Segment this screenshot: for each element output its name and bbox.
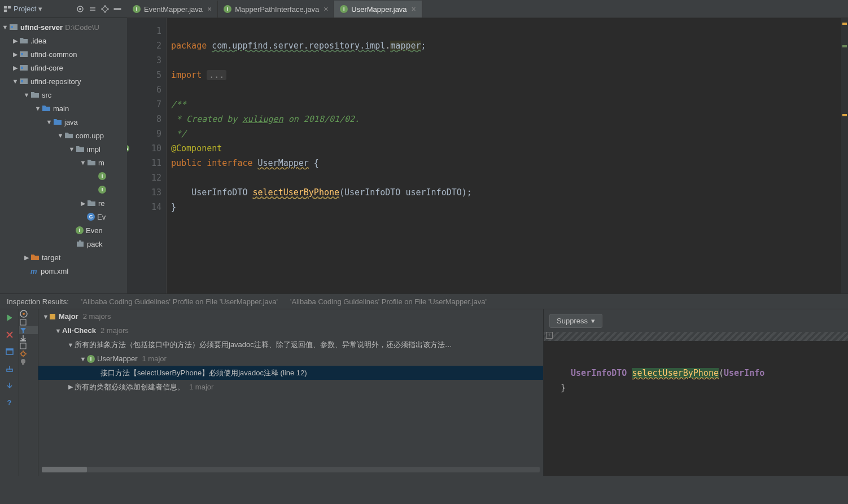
warning-marker-icon: [50, 314, 55, 319]
marker-track[interactable]: [841, 18, 848, 293]
usermapper-row[interactable]: ▼ I UserMapper 1 major: [38, 352, 543, 366]
inspection-results-label: Inspection Results:: [1, 295, 75, 308]
svg-point-26: [21, 352, 25, 356]
tree-item[interactable]: ▼impl: [0, 142, 127, 156]
close-icon[interactable]: ×: [412, 5, 416, 14]
suppress-button[interactable]: Suppress ▾: [549, 314, 602, 328]
project-tree[interactable]: ▼ ufind-server D:\Code\U ▶.idea▶ufind-co…: [0, 18, 127, 280]
svg-rect-6: [114, 8, 121, 10]
svg-point-5: [103, 7, 107, 11]
tree-item[interactable]: ▶ufind-core: [0, 61, 127, 74]
svg-rect-23: [20, 319, 26, 325]
svg-rect-1: [8, 6, 11, 8]
inspection-tabs: Inspection Results: 'Alibaba Coding Guid…: [0, 293, 848, 309]
gutter-line[interactable]: 10: [127, 141, 161, 156]
preview-code[interactable]: UserInfoDTO selectUserByPhone(UserInfo }: [544, 341, 848, 476]
svg-point-27: [21, 359, 25, 363]
project-title[interactable]: Project: [14, 5, 36, 13]
gutter-line[interactable]: 13: [127, 185, 161, 200]
inspection-tree[interactable]: ▼ Major 2 majors ▼ Ali-Check 2 majors ▼ …: [38, 309, 543, 476]
tree-item[interactable]: mpom.xml: [0, 264, 127, 278]
gutter-line[interactable]: 6: [127, 82, 161, 97]
java-interface-icon: I: [224, 5, 231, 13]
tree-item[interactable]: ▼ufind-repository: [0, 74, 127, 88]
tree-item[interactable]: ▼java: [0, 115, 127, 129]
gutter-line[interactable]: 3: [127, 53, 161, 68]
svg-rect-15: [77, 242, 84, 247]
annotation: @Component: [171, 143, 222, 154]
gear-icon[interactable]: [100, 5, 110, 14]
gutter-line[interactable]: 5: [127, 68, 161, 82]
gutter-line[interactable]: 14: [127, 200, 161, 214]
tree-item[interactable]: ▶ufind-common: [0, 47, 127, 61]
rule-row[interactable]: ▶ 所有的类都必须添加创建者信息。 1 major: [38, 380, 543, 394]
tree-root[interactable]: ▼ ufind-server D:\Code\U: [0, 20, 127, 34]
code-area[interactable]: package com.uppfind.server.repository.im…: [167, 18, 472, 293]
tree-item[interactable]: CEv: [0, 210, 127, 223]
layout-icon[interactable]: [0, 343, 19, 360]
filter-icon[interactable]: [19, 326, 38, 334]
svg-rect-19: [6, 349, 13, 350]
violation-row[interactable]: 接口方法【selectUserByPhone】必须使用javadoc注释 (li…: [38, 366, 543, 380]
tree-item[interactable]: ▼src: [0, 88, 127, 102]
tree-item[interactable]: ▼com.upp: [0, 129, 127, 142]
svg-rect-24: [20, 340, 26, 341]
inspection-profile-tab[interactable]: 'Alibaba Coding Guidelines' Profile on F…: [76, 295, 283, 308]
tree-item[interactable]: I: [0, 169, 127, 183]
gutter-line[interactable]: 11: [127, 156, 161, 170]
expand-fold-icon[interactable]: +: [546, 332, 553, 339]
import-fold[interactable]: ...: [207, 70, 226, 80]
collapse-icon[interactable]: [88, 5, 97, 14]
tree-item[interactable]: ▶.idea: [0, 34, 127, 47]
gutter-line[interactable]: 1: [127, 24, 161, 38]
gutter-line[interactable]: 9: [127, 126, 161, 141]
gutter: 123567891011121314: [127, 18, 167, 293]
alicheck-group[interactable]: ▼ Ali-Check 2 majors: [38, 323, 543, 338]
tree-item[interactable]: IEven: [0, 223, 127, 237]
help-icon[interactable]: ?: [0, 394, 19, 411]
svg-rect-2: [4, 9, 7, 11]
svg-rect-25: [20, 343, 26, 349]
tree-item[interactable]: ▶re: [0, 196, 127, 210]
project-dropdown-icon[interactable]: ▾: [38, 5, 42, 13]
svg-rect-8: [11, 26, 13, 28]
close-icon[interactable]: ×: [207, 5, 212, 14]
inspection-profile-tab[interactable]: 'Alibaba Coding Guidelines' Profile on F…: [285, 295, 492, 308]
gutter-line[interactable]: 2: [127, 38, 161, 53]
editor-tab[interactable]: IUserMapper.java×: [334, 1, 422, 17]
tree-item[interactable]: ▼main: [0, 102, 127, 115]
gutter-line[interactable]: 8: [127, 112, 161, 126]
class-name: UserMapper: [258, 158, 309, 168]
group-icon[interactable]: [19, 309, 38, 318]
rerun-icon[interactable]: [0, 309, 19, 326]
tree-item[interactable]: ▼m: [0, 156, 127, 169]
editor-body[interactable]: 123567891011121314 package com.uppfind.s…: [127, 18, 848, 293]
tree-item[interactable]: pack: [0, 237, 127, 251]
tree-item[interactable]: ▶target: [0, 251, 127, 264]
package-path: com.uppfind.server.repository.impl: [212, 41, 385, 51]
locate-icon[interactable]: [76, 5, 85, 14]
editor-tab[interactable]: IMapperPathInterface.java×: [218, 1, 334, 17]
settings-icon[interactable]: [19, 350, 38, 358]
down-icon[interactable]: [0, 377, 19, 394]
keyword-import: import: [171, 70, 207, 80]
hide-icon[interactable]: [113, 5, 122, 14]
stop-icon[interactable]: [0, 326, 19, 343]
edit-icon[interactable]: [19, 342, 38, 350]
package-last: mapper: [390, 41, 421, 51]
close-icon[interactable]: ×: [324, 5, 328, 14]
module-icon: [9, 23, 18, 32]
bulb-icon[interactable]: [19, 358, 38, 366]
import-icon[interactable]: [19, 334, 38, 342]
rule-row[interactable]: ▼ 所有的抽象方法（包括接口中的方法）必须要用javadoc注释、除了返回值、参…: [38, 338, 543, 352]
tree-item[interactable]: I: [0, 183, 127, 196]
export-icon[interactable]: [0, 360, 19, 377]
editor-tab[interactable]: IEventMapper.java×: [127, 1, 218, 17]
major-group[interactable]: ▼ Major 2 majors: [38, 309, 543, 323]
horizontal-scrollbar[interactable]: [42, 467, 540, 472]
gutter-line[interactable]: 12: [127, 170, 161, 185]
svg-point-22: [23, 313, 25, 315]
spring-bean-icon[interactable]: [127, 141, 137, 156]
gutter-line[interactable]: 7: [127, 97, 161, 112]
expand-icon[interactable]: [19, 318, 38, 326]
